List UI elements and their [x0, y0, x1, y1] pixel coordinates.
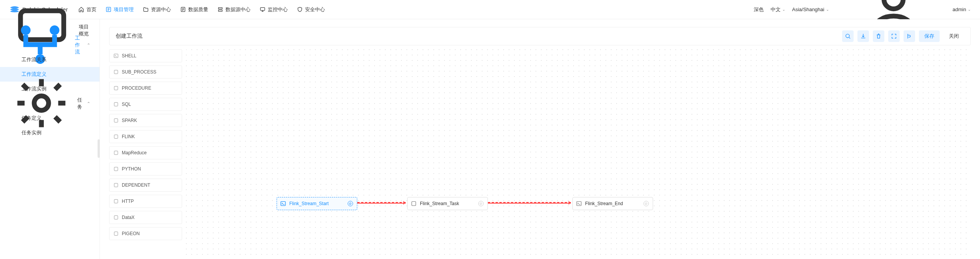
palette-label: PIGEON	[122, 231, 140, 236]
chevron-down-icon: ⌄	[782, 7, 785, 12]
dag-edge[interactable]	[488, 202, 571, 204]
nav-item-security[interactable]: 安全中心	[297, 0, 325, 19]
gear-icon	[9, 74, 73, 133]
sidebar-item-label: 任务	[77, 97, 83, 110]
flink-icon	[113, 134, 119, 139]
nav-label: 资源中心	[151, 6, 171, 13]
sidebar-group-workflow[interactable]: 工作流 ⌃	[0, 38, 99, 52]
palette-item-http[interactable]: HTTP	[109, 195, 182, 208]
palette-label: SPARK	[122, 118, 137, 123]
sidebar-resize-handle[interactable]	[98, 139, 100, 158]
search-button[interactable]	[842, 30, 854, 42]
pigeon-icon	[113, 231, 119, 236]
dag-edge[interactable]	[357, 202, 406, 204]
palette-item-mapreduce[interactable]: MapReduce	[109, 146, 182, 159]
sidebar-item-label: 工作流	[75, 35, 83, 55]
security-icon	[297, 7, 303, 12]
nav-item-project[interactable]: 项目管理	[106, 0, 134, 19]
project-icon	[106, 7, 111, 12]
chevron-down-icon: ⌄	[968, 7, 971, 12]
dep-icon	[113, 182, 119, 188]
node-label: Flink_Stream_End	[585, 201, 640, 206]
nav-label: 项目管理	[114, 6, 134, 13]
db-icon	[113, 102, 119, 107]
palette-item-pigeon[interactable]: PIGEON	[109, 227, 182, 240]
node-status-icon: ⊘	[643, 201, 649, 206]
folder-icon	[143, 7, 149, 12]
delete-button[interactable]	[873, 30, 884, 42]
format-button[interactable]	[904, 30, 915, 42]
dag-node[interactable]: Flink_Stream_Start⊘	[277, 197, 357, 210]
palette-label: SQL	[122, 102, 131, 107]
close-button[interactable]: 关闭	[944, 30, 964, 42]
nav-label: 监控中心	[268, 6, 288, 13]
palette-item-sub_process[interactable]: SUB_PROCESS	[109, 65, 182, 79]
datasource-icon	[217, 7, 223, 12]
terminal-icon	[280, 201, 286, 207]
download-button[interactable]	[857, 30, 869, 42]
spark-icon	[113, 118, 119, 123]
datax-icon	[113, 215, 119, 220]
python-icon	[113, 166, 119, 172]
nav-item-quality[interactable]: 数据质量	[180, 0, 208, 19]
palette-item-dependent[interactable]: DEPENDENT	[109, 179, 182, 192]
tz-label: Asia/Shanghai	[792, 7, 824, 12]
top-nav: 首页项目管理资源中心数据质量数据源中心监控中心安全中心	[78, 0, 753, 19]
monitor-icon	[260, 7, 265, 12]
fullscreen-button[interactable]	[888, 30, 900, 42]
palette-label: SHELL	[122, 53, 136, 58]
http-icon	[113, 199, 119, 204]
palette-item-datax[interactable]: DataX	[109, 211, 182, 224]
palette-item-shell[interactable]: SHELL	[109, 49, 182, 62]
chevron-up-icon: ⌃	[87, 101, 90, 106]
workflow-icon	[9, 16, 71, 75]
palette-item-sql[interactable]: SQL	[109, 98, 182, 111]
nav-item-datasource[interactable]: 数据源中心	[217, 0, 250, 19]
nav-label: 数据源中心	[226, 6, 250, 13]
palette-label: DataX	[122, 215, 134, 220]
home-icon	[78, 7, 84, 12]
palette-label: PYTHON	[122, 166, 141, 172]
topbar: DolphinScheduler 首页项目管理资源中心数据质量数据源中心监控中心…	[0, 0, 980, 19]
lang-select[interactable]: 中文 ⌄	[771, 6, 785, 13]
tz-select[interactable]: Asia/Shanghai ⌄	[792, 7, 829, 12]
nav-item-folder[interactable]: 资源中心	[143, 0, 171, 19]
close-label: 关闭	[949, 33, 959, 40]
editor-toolbar: 创建工作流 保存 关闭	[109, 27, 971, 45]
nav-label: 首页	[86, 6, 96, 13]
node-label: Flink_Stream_Task	[420, 201, 475, 206]
dag-node[interactable]: Flink_Stream_Task⊘	[407, 197, 488, 210]
palette-label: FLINK	[122, 134, 135, 139]
sidebar-item-label: 工作流关系	[22, 56, 46, 63]
dag-node[interactable]: Flink_Stream_End⊘	[572, 197, 653, 210]
palette-item-flink[interactable]: FLINK	[109, 130, 182, 143]
main-area: 创建工作流 保存 关闭 SHELLSUB_PROCESSPROCEDURESQL…	[100, 19, 980, 259]
sidebar-group-task[interactable]: 任务 ⌃	[0, 96, 99, 111]
page-title: 创建工作流	[116, 33, 143, 40]
save-label: 保存	[924, 33, 934, 40]
task-palette: SHELLSUB_PROCESSPROCEDURESQLSPARKFLINKMa…	[109, 49, 182, 259]
theme-label: 深色	[754, 6, 764, 13]
tree-icon	[113, 69, 119, 75]
nav-item-monitor[interactable]: 监控中心	[260, 0, 288, 19]
save-button[interactable]: 保存	[919, 30, 940, 42]
palette-label: SUB_PROCESS	[122, 69, 156, 75]
node-status-icon: ⊘	[478, 201, 484, 206]
user-label: admin	[953, 7, 966, 12]
palette-item-python[interactable]: PYTHON	[109, 162, 182, 175]
dag-canvas[interactable]: Flink_Stream_Start⊘Flink_Stream_Task⊘Fli…	[186, 49, 971, 259]
flink-icon	[411, 201, 417, 207]
palette-item-spark[interactable]: SPARK	[109, 114, 182, 127]
palette-item-procedure[interactable]: PROCEDURE	[109, 82, 182, 95]
chevron-down-icon: ⌄	[826, 7, 829, 12]
terminal-icon	[113, 53, 119, 58]
sidebar: 项目概览 工作流 ⌃ 工作流关系工作流定义工作流实例 任务 ⌃ 任务定义任务实例	[0, 19, 100, 259]
theme-toggle[interactable]: 深色	[754, 6, 764, 13]
node-status-icon: ⊘	[348, 201, 353, 206]
sidebar-item-label: 任务定义	[22, 115, 41, 122]
node-label: Flink_Stream_Start	[289, 201, 345, 206]
palette-label: DEPENDENT	[122, 182, 150, 188]
quality-icon	[180, 7, 186, 12]
proc-icon	[113, 85, 119, 91]
chevron-up-icon: ⌃	[87, 43, 90, 48]
